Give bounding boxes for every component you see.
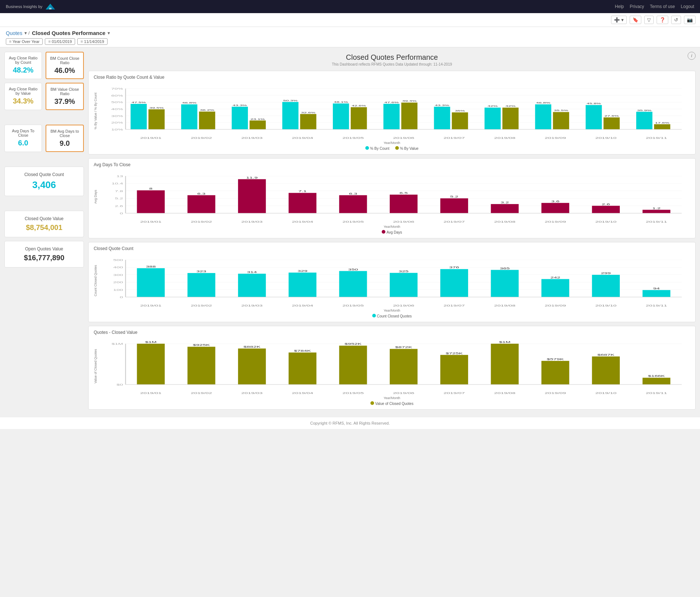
svg-rect-98 [339, 195, 367, 213]
rfms-logo [44, 2, 56, 11]
svg-text:8: 8 [149, 187, 152, 190]
svg-text:42.6%: 42.6% [352, 105, 366, 107]
brand-logo: Business Insights by [6, 2, 56, 11]
info-badge[interactable]: i [688, 52, 696, 60]
svg-text:$1M: $1M [112, 343, 123, 346]
nav-privacy[interactable]: Privacy [630, 4, 644, 9]
kpi-closed-quote-value-value: $8,754,001 [10, 223, 78, 232]
svg-text:2.6: 2.6 [115, 204, 123, 207]
bookmark-button[interactable]: 🔖 [630, 16, 641, 24]
svg-text:2019/02: 2019/02 [191, 221, 212, 223]
svg-text:7.1: 7.1 [299, 190, 307, 193]
kpi-bm-value-close-ratio: BM Value Close Ratio 37.9% [46, 83, 84, 110]
svg-rect-54 [502, 108, 518, 129]
svg-rect-110 [541, 203, 569, 213]
svg-rect-27 [232, 107, 248, 129]
svg-text:400: 400 [113, 266, 123, 269]
svg-text:365: 365 [500, 267, 510, 270]
filter-tag-start[interactable]: = 01/01/2019 [45, 38, 75, 45]
svg-text:2019/02: 2019/02 [191, 304, 212, 307]
filter-tag-yoy[interactable]: = Year Over Year [6, 38, 43, 45]
svg-rect-139 [238, 274, 266, 297]
svg-text:60%: 60% [111, 94, 123, 97]
svg-text:2019/10: 2019/10 [595, 137, 617, 140]
nav-logout[interactable]: Logout [681, 4, 694, 9]
svg-text:2019/11: 2019/11 [646, 221, 667, 223]
svg-text:2019/06: 2019/06 [393, 392, 415, 395]
svg-text:2019/08: 2019/08 [494, 137, 516, 140]
kpi-closed-quote-value-label: Closed Quote Value [10, 216, 78, 221]
svg-text:50.3%: 50.3% [283, 99, 298, 102]
svg-text:$925K: $925K [193, 344, 210, 347]
screenshot-button[interactable]: 📷 [684, 16, 696, 24]
svg-rect-157 [541, 279, 569, 297]
svg-text:35%: 35% [455, 110, 465, 112]
svg-text:$952K: $952K [345, 343, 362, 346]
svg-text:$166K: $166K [648, 375, 665, 378]
kpi-row-2: Avg Close Ratio by Value 34.3% BM Value … [4, 83, 84, 110]
svg-text:3.6: 3.6 [551, 200, 560, 203]
svg-text:2019/08: 2019/08 [494, 221, 516, 223]
svg-rect-39 [351, 107, 367, 129]
chart1-svg: 10%20%30%40%50%60%70%47.5%39.5%2019/0146… [100, 82, 690, 140]
svg-text:2019/03: 2019/03 [241, 221, 263, 223]
svg-text:2019/08: 2019/08 [494, 304, 516, 307]
filter-button[interactable]: ▽ [644, 16, 654, 24]
svg-rect-171 [137, 344, 165, 385]
kpi-avg-close-ratio-count-label: Avg Close Ratio by Count [8, 56, 38, 65]
svg-rect-17 [131, 104, 147, 129]
kpi-row-3: Avg Days To Close 6.0 BM Avg Days to Clo… [4, 125, 84, 152]
svg-text:39.5%: 39.5% [149, 106, 164, 109]
right-panel: Closed Quotes Performance i This Dashboa… [88, 52, 696, 410]
chart-closed-value: Quotes - Closed Value Value of Closed Qu… [88, 326, 696, 410]
svg-rect-180 [289, 352, 316, 385]
nav-terms[interactable]: Terms of use [650, 4, 675, 9]
svg-rect-57 [535, 104, 551, 129]
svg-rect-62 [586, 105, 602, 129]
left-panel: Avg Close Ratio by Count 48.2% BM Count … [4, 52, 88, 410]
breadcrumb-dropdown[interactable]: ▾ [108, 30, 110, 36]
help-button[interactable]: ❓ [657, 16, 668, 24]
kpi-bm-value-close-ratio-label: BM Value Close Ratio [50, 87, 79, 96]
svg-text:35.9%: 35.9% [637, 109, 652, 112]
refresh-button[interactable]: ↺ [671, 16, 681, 24]
svg-text:$579K: $579K [547, 358, 564, 361]
svg-text:50%: 50% [111, 101, 123, 104]
svg-text:300: 300 [113, 274, 123, 277]
svg-rect-59 [553, 112, 569, 129]
chart2-y-label: Avg Days [94, 169, 99, 224]
svg-rect-32 [282, 102, 298, 129]
svg-text:388: 388 [146, 265, 156, 268]
svg-rect-154 [491, 270, 518, 297]
svg-text:94: 94 [653, 287, 660, 290]
svg-text:2019/11: 2019/11 [646, 137, 667, 140]
chart4-title: Quotes - Closed Value [94, 330, 690, 335]
svg-text:5.2: 5.2 [450, 195, 459, 198]
svg-text:35.5%: 35.5% [554, 109, 568, 112]
svg-text:49.4%: 49.4% [402, 100, 417, 102]
brand-text: Business Insights by [6, 4, 42, 9]
svg-rect-69 [654, 124, 670, 129]
svg-text:2019/11: 2019/11 [646, 392, 667, 395]
filter-tag-end[interactable]: = 11/14/2019 [77, 38, 108, 45]
svg-text:45.8%: 45.8% [587, 102, 601, 105]
svg-rect-22 [181, 104, 197, 129]
svg-text:2019/07: 2019/07 [444, 221, 465, 223]
svg-rect-177 [238, 348, 266, 385]
breadcrumb-parent[interactable]: Quotes [6, 30, 22, 36]
svg-text:46.8%: 46.8% [182, 102, 197, 104]
add-button[interactable]: ➕ ▾ [611, 16, 627, 24]
nav-help[interactable]: Help [615, 4, 624, 9]
breadcrumb: Quotes ▾ / Closed Quotes Performance ▾ [6, 30, 694, 36]
svg-text:2019/03: 2019/03 [241, 304, 263, 307]
kpi-avg-close-ratio-count-value: 48.2% [8, 66, 38, 74]
svg-rect-142 [289, 273, 316, 297]
kpi-bm-avg-days: BM Avg Days to Close 9.0 [46, 125, 84, 152]
svg-rect-186 [390, 349, 417, 385]
svg-text:2019/06: 2019/06 [393, 304, 415, 307]
svg-rect-44 [401, 102, 417, 129]
chart3-title: Closed Quote Count [94, 246, 690, 251]
svg-text:46.8%: 46.8% [536, 102, 551, 104]
chart2-title: Avg Days To Close [94, 162, 690, 167]
svg-text:47.6%: 47.6% [384, 101, 399, 104]
